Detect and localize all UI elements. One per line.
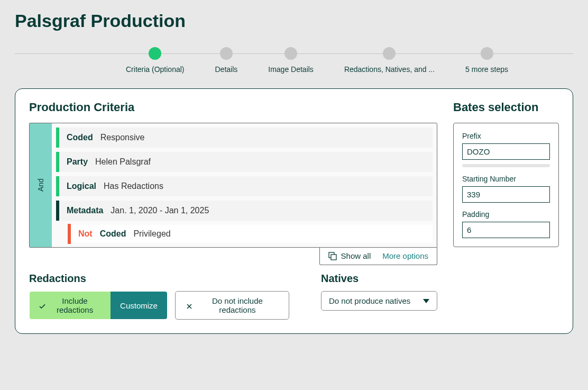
step-dot (383, 47, 396, 60)
criteria-row-coded[interactable]: Coded Responsive (56, 128, 433, 148)
show-all-label: Show all (341, 251, 371, 260)
padding-input[interactable] (462, 222, 550, 238)
criteria-key: Coded (100, 229, 126, 239)
criteria-row-metadata[interactable]: Metadata Jan. 1, 2020 - Jan 1, 2025 (56, 201, 433, 221)
step-dot-active (149, 47, 161, 60)
criteria-value: Has Redactions (104, 182, 163, 191)
natives-group: Natives Do not produce natives (321, 273, 437, 311)
criteria-key: Coded (67, 133, 93, 142)
criteria-row-party[interactable]: Party Helen Palsgraf (56, 152, 433, 172)
row-accent-bar (68, 224, 71, 244)
customize-button[interactable]: Customize (111, 292, 167, 319)
prefix-input[interactable] (462, 143, 550, 160)
step-dot (481, 47, 493, 60)
not-label: Not (78, 229, 93, 239)
prefix-track (462, 164, 550, 167)
padding-label: Padding (462, 210, 550, 219)
step-label: Details (215, 65, 237, 74)
row-accent-bar (56, 152, 59, 172)
exclude-redactions-button[interactable]: Do not include redactions (175, 291, 289, 320)
criteria-value: Helen Palsgraf (95, 157, 151, 167)
main-card: Production Criteria And Coded Responsive… (15, 88, 573, 334)
starting-number-input[interactable] (462, 186, 550, 203)
prefix-label: Prefix (462, 132, 550, 140)
natives-selected-value: Do not produce natives (329, 296, 410, 305)
step-dot (220, 47, 233, 60)
check-icon (39, 302, 45, 309)
step-dot (284, 47, 297, 60)
criteria-key: Party (67, 157, 88, 167)
row-accent-bar (56, 201, 59, 221)
step-label: Redactions, Natives, and ... (344, 65, 435, 74)
redactions-segment: Include redactions Customize (29, 291, 168, 320)
criteria-value: Jan. 1, 2020 - Jan 1, 2025 (111, 206, 209, 215)
stepper: Criteria (Optional) Details Image Detail… (15, 47, 573, 74)
criteria-value: Privileged (133, 229, 170, 239)
step-label: 5 more steps (465, 65, 508, 74)
step-image-details[interactable]: Image Details (268, 47, 314, 74)
customize-label: Customize (120, 301, 158, 310)
redactions-heading: Redactions (29, 273, 289, 285)
more-options-link[interactable]: More options (382, 251, 428, 260)
step-details[interactable]: Details (215, 47, 237, 74)
criteria-key: Metadata (67, 206, 103, 215)
row-accent-bar (56, 128, 59, 148)
show-all-link[interactable]: Show all (328, 251, 371, 260)
criteria-key: Logical (67, 182, 96, 191)
and-rail: And (30, 123, 52, 247)
criteria-value: Responsive (100, 133, 145, 142)
stack-icon (328, 252, 337, 260)
criteria-heading: Production Criteria (29, 101, 437, 114)
include-redactions-label: Include redactions (49, 296, 101, 314)
criteria-block: And Coded Responsive Party Helen Palsgra… (29, 123, 437, 248)
step-redactions-natives[interactable]: Redactions, Natives, and ... (344, 47, 435, 74)
exclude-redactions-label: Do not include redactions (197, 296, 278, 314)
starting-number-label: Starting Number (462, 175, 550, 183)
step-more[interactable]: 5 more steps (465, 47, 508, 74)
bates-heading: Bates selection (453, 101, 559, 114)
caret-down-icon (423, 299, 429, 303)
natives-select[interactable]: Do not produce natives (321, 291, 437, 311)
step-criteria[interactable]: Criteria (Optional) (126, 47, 184, 74)
criteria-footer: Show all More options (29, 251, 437, 265)
criteria-row-not-coded[interactable]: Not Coded Privileged (68, 225, 433, 243)
natives-heading: Natives (321, 273, 437, 285)
include-redactions-button[interactable]: Include redactions (30, 292, 111, 319)
page-title: Palsgraf Production (15, 11, 573, 31)
redactions-group: Redactions Include redactions Customize (29, 273, 289, 320)
step-label: Criteria (Optional) (126, 65, 184, 74)
row-accent-bar (56, 176, 59, 196)
bates-card: Prefix Starting Number Padding (453, 123, 559, 247)
svg-rect-1 (331, 255, 336, 260)
criteria-row-logical[interactable]: Logical Has Redactions (56, 176, 433, 196)
step-label: Image Details (268, 65, 314, 74)
x-icon (186, 302, 192, 309)
